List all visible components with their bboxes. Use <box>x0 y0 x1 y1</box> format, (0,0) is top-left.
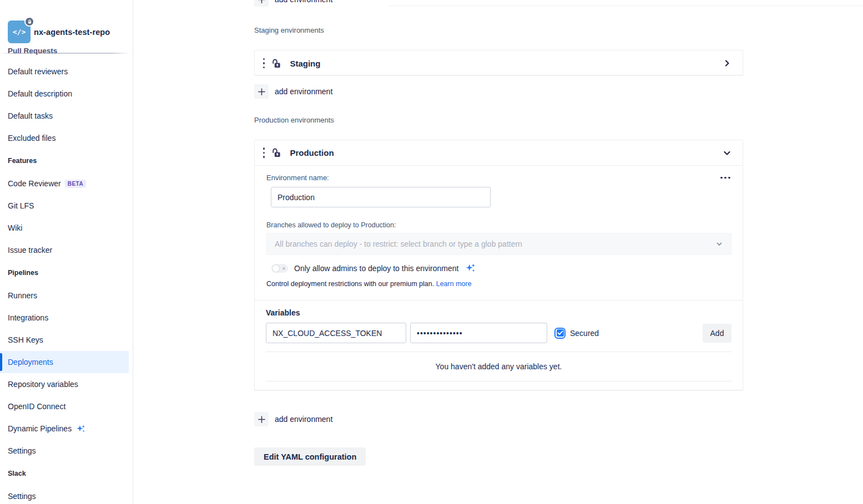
environment-name: Production <box>290 148 334 157</box>
sidebar-item-label: Repository variables <box>8 380 78 389</box>
sidebar-item-default-description[interactable]: Default description <box>0 83 129 105</box>
sidebar-item-label: Settings <box>8 492 36 501</box>
environment-name-input[interactable] <box>271 187 491 207</box>
sidebar-item-label: Dynamic Pipelines <box>8 424 72 433</box>
sidebar-item-openid-connect[interactable]: OpenID Connect <box>0 395 129 418</box>
sparkle-icon <box>465 262 476 274</box>
sparkle-icon <box>75 424 86 434</box>
more-options-icon[interactable] <box>719 175 731 181</box>
sidebar-item-repository-variables[interactable]: Repository variables <box>0 373 129 395</box>
variable-value-input[interactable] <box>410 323 547 343</box>
plus-icon <box>254 84 269 99</box>
sidebar-divider <box>133 0 133 504</box>
divider <box>266 352 731 352</box>
environment-name: Staging <box>290 59 320 68</box>
variables-title: Variables <box>266 308 731 317</box>
learn-more-link[interactable]: Learn more <box>436 280 472 288</box>
unlock-icon <box>270 147 282 159</box>
add-variable-button[interactable]: Add <box>703 324 731 343</box>
production-section-label: Production environments <box>254 116 334 124</box>
staging-section-label: Staging environments <box>254 26 324 34</box>
sidebar-item-integrations[interactable]: Integrations <box>0 307 129 329</box>
variables-section: Variables Secured Add You haven't added … <box>255 300 743 390</box>
edit-yaml-configuration-button[interactable]: Edit YAML configuration <box>254 447 366 466</box>
sidebar-item-deployments[interactable]: Deployments <box>0 351 129 373</box>
drag-handle-icon[interactable] <box>261 145 266 160</box>
deployments-settings-page: </> nx-agents-test-repo Pull Requests De… <box>0 0 863 504</box>
drag-handle-icon[interactable] <box>261 56 266 71</box>
sidebar-item-label: OpenID Connect <box>8 402 65 411</box>
sidebar-item-runners[interactable]: Runners <box>0 284 129 307</box>
staging-environment-header[interactable]: Staging <box>255 50 743 76</box>
add-environment-label: add environment <box>275 0 332 4</box>
sidebar-item-excluded-files[interactable]: Excluded files <box>0 127 129 149</box>
sidebar-item-label: SSH Keys <box>8 335 43 344</box>
staging-environment-card: Staging <box>254 50 743 75</box>
add-environment-label: add environment <box>275 87 332 96</box>
sidebar-item-label: Code Reviewer <box>8 179 61 188</box>
repo-title: nx-agents-test-repo <box>34 28 110 37</box>
sidebar-section-pipelines: Pipelines <box>0 261 129 284</box>
sidebar-item-settings[interactable]: Settings <box>0 440 129 462</box>
add-environment-label: add environment <box>275 415 332 424</box>
chevron-right-icon[interactable] <box>721 58 733 69</box>
sidebar-scroll-divider <box>0 53 130 54</box>
sidebar-item-ssh-keys[interactable]: SSH Keys <box>0 329 129 351</box>
environment-name-label: Environment name: <box>266 174 329 182</box>
admins-only-toggle[interactable]: × <box>271 264 288 273</box>
sidebar-item-dynamic-pipelines[interactable]: Dynamic Pipelines <box>0 418 129 440</box>
sidebar: </> nx-agents-test-repo Pull Requests De… <box>0 0 129 504</box>
sidebar-item-label: Default description <box>8 89 72 98</box>
private-repo-badge <box>24 17 34 27</box>
sidebar-item-label: Integrations <box>8 313 48 322</box>
variable-name-input[interactable] <box>266 323 406 343</box>
repo-header-link[interactable]: </> nx-agents-test-repo <box>8 21 110 43</box>
sidebar-item-label: Excluded files <box>8 134 55 142</box>
sidebar-item-label: Default reviewers <box>8 67 68 76</box>
sidebar-item-label: Git LFS <box>8 201 34 210</box>
branches-select[interactable]: All branches can deploy - to restrict: s… <box>266 233 731 255</box>
sidebar-nav: Default reviewers Default description De… <box>0 60 129 504</box>
add-variable-form: Secured Add <box>266 323 731 343</box>
toggle-off-icon: × <box>282 265 285 271</box>
toggle-knob <box>272 265 279 272</box>
sidebar-item-default-reviewers[interactable]: Default reviewers <box>0 60 129 83</box>
plus-icon <box>254 412 269 426</box>
sidebar-item-wiki[interactable]: Wiki <box>0 217 129 239</box>
sidebar-item-label: Issue tracker <box>8 246 52 254</box>
sidebar-item-label: Runners <box>8 291 37 300</box>
sidebar-item-git-lfs[interactable]: Git LFS <box>0 195 129 217</box>
unlock-icon <box>270 58 282 69</box>
plus-icon <box>254 0 269 7</box>
scrolled-content-divider <box>388 6 863 6</box>
premium-plan-text: Control deployment restrictions with our… <box>266 280 434 288</box>
sidebar-item-label: Wiki <box>8 223 22 232</box>
variables-empty-text: You haven't added any variables yet. <box>266 362 731 371</box>
sidebar-section-slack: Slack <box>0 462 129 485</box>
production-environment-body: Environment name: Branches allowed to de… <box>255 166 743 300</box>
beta-badge: BETA <box>65 180 86 188</box>
sidebar-item-label: Deployments <box>8 358 53 366</box>
checkmark-icon <box>557 329 564 337</box>
divider <box>266 381 731 381</box>
chevron-down-icon[interactable] <box>721 147 733 159</box>
code-icon: </> <box>13 28 26 36</box>
secured-checkbox[interactable] <box>554 328 566 339</box>
admins-only-label: Only allow admins to deploy to this envi… <box>294 264 458 273</box>
sidebar-item-slack-settings[interactable]: Settings <box>0 485 129 504</box>
sidebar-item-code-reviewer[interactable]: Code Reviewer BETA <box>0 172 129 195</box>
add-environment-button-staging[interactable]: add environment <box>254 84 332 99</box>
sidebar-item-issue-tracker[interactable]: Issue tracker <box>0 239 129 261</box>
sidebar-section-features: Features <box>0 149 129 172</box>
add-environment-button-test[interactable]: add environment <box>254 0 332 7</box>
add-environment-button-production[interactable]: add environment <box>254 412 332 426</box>
chevron-down-icon <box>715 240 723 248</box>
sidebar-item-label: Settings <box>8 446 36 455</box>
secured-checkbox-group[interactable]: Secured <box>554 328 599 339</box>
production-environment-card: Production Environment name: Branches al… <box>254 140 743 390</box>
branches-allowed-label: Branches allowed to deploy to Production… <box>266 221 731 229</box>
secured-label: Secured <box>570 329 599 338</box>
sidebar-item-label: Default tasks <box>8 111 53 120</box>
production-environment-header[interactable]: Production <box>255 140 743 166</box>
sidebar-item-default-tasks[interactable]: Default tasks <box>0 105 129 127</box>
